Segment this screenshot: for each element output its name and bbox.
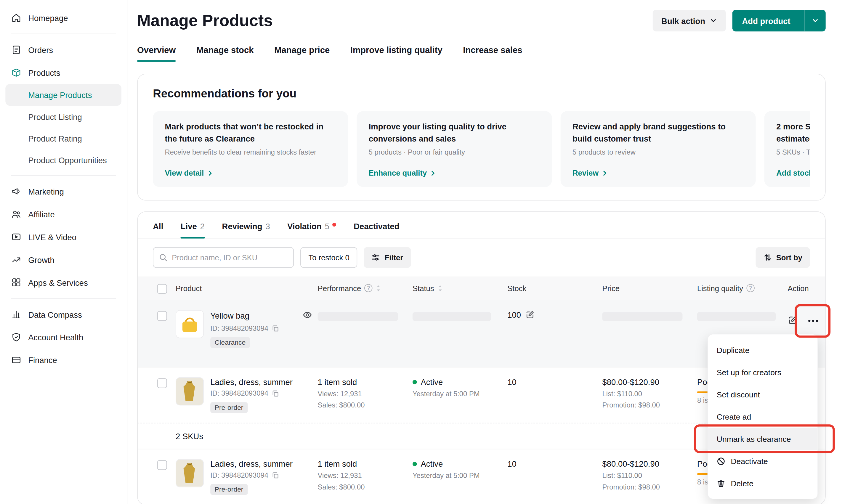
- sidebar-item-homepage[interactable]: Homepage: [5, 6, 122, 29]
- recommendations-row: Mark products that won’t be restocked in…: [153, 111, 810, 187]
- add-product-button[interactable]: Add product: [733, 10, 800, 31]
- search-icon: [159, 253, 167, 262]
- sidebar-subitem-manage-products[interactable]: Manage Products: [5, 84, 122, 106]
- tab-violation[interactable]: Violation 5: [287, 222, 336, 238]
- sidebar-item-marketing[interactable]: Marketing: [5, 180, 122, 203]
- sidebar-item-label: Products: [28, 68, 60, 77]
- menu-item-create-ad[interactable]: Create ad: [708, 406, 818, 428]
- tab-count: 2: [200, 222, 205, 231]
- sidebar-subitem-product-listing[interactable]: Product Listing: [5, 106, 122, 127]
- product-image: [176, 310, 204, 338]
- add-product-dropdown-button[interactable]: [804, 10, 826, 31]
- tab-reviewing[interactable]: Reviewing 3: [222, 222, 270, 238]
- copy-icon[interactable]: [272, 471, 279, 479]
- people-icon: [11, 209, 22, 220]
- pre-order-tag: Pre-order: [210, 484, 248, 495]
- cta-label: Review: [573, 168, 599, 177]
- violation-dot: [332, 223, 337, 227]
- tab-overview[interactable]: Overview: [137, 46, 176, 62]
- tab-all[interactable]: All: [153, 222, 163, 238]
- view-detail-link[interactable]: View detail: [165, 168, 336, 177]
- review-link[interactable]: Review: [573, 168, 744, 177]
- sort-carets-icon[interactable]: [376, 284, 381, 292]
- column-status[interactable]: Status: [413, 284, 507, 292]
- sidebar-subitem-label: Product Listing: [28, 112, 82, 121]
- menu-item-deactivate[interactable]: Deactivate: [708, 450, 818, 472]
- stock-cell: 10: [507, 377, 602, 386]
- sidebar-item-products[interactable]: Products: [5, 61, 122, 84]
- tab-increase-sales[interactable]: Increase sales: [463, 46, 522, 62]
- column-listing-quality: Listing quality ?: [697, 284, 788, 292]
- copy-icon[interactable]: [272, 390, 279, 397]
- stock-cell: 10: [507, 459, 602, 468]
- cta-label: Add stock: [776, 168, 810, 177]
- bulk-action-button[interactable]: Bulk action: [653, 10, 726, 31]
- enhance-quality-link[interactable]: Enhance quality: [369, 168, 540, 177]
- help-icon[interactable]: ?: [364, 284, 372, 292]
- tab-deactivated[interactable]: Deactivated: [354, 222, 399, 238]
- tab-live[interactable]: Live 2: [181, 222, 205, 238]
- sidebar-item-apps-services[interactable]: Apps & Services: [5, 271, 122, 294]
- chevron-down-icon: [710, 17, 717, 24]
- chevron-right-icon: [601, 169, 608, 177]
- help-icon[interactable]: ?: [746, 284, 754, 292]
- row-checkbox[interactable]: [157, 311, 167, 321]
- row-checkbox[interactable]: [157, 460, 167, 470]
- tab-manage-price[interactable]: Manage price: [274, 46, 330, 62]
- sidebar-divider: [11, 175, 116, 176]
- sidebar-subitem-product-rating[interactable]: Product Rating: [5, 127, 122, 149]
- filter-label: Filter: [385, 253, 403, 262]
- more-actions-button[interactable]: [804, 312, 822, 329]
- preview-eye-icon[interactable]: [302, 310, 312, 321]
- product-name[interactable]: Ladies, dress, summer: [210, 377, 293, 386]
- sidebar-item-live-video[interactable]: LIVE & Video: [5, 226, 122, 248]
- apps-grid-icon: [11, 277, 22, 288]
- edit-stock-icon[interactable]: [525, 310, 535, 319]
- price-cell: $80.00-$120.90 List: $110.00 Promotion: …: [602, 459, 697, 491]
- product-name[interactable]: Ladies, dress, summer: [210, 459, 293, 468]
- status-label: Active: [420, 459, 443, 468]
- to-restock-button[interactable]: To restock 0: [300, 247, 358, 268]
- tab-improve-listing-quality[interactable]: Improve listing quality: [350, 46, 442, 62]
- recommendations-card: Recommendations for you Mark products th…: [137, 74, 826, 200]
- menu-item-set-up-for-creators[interactable]: Set up for creators: [708, 361, 818, 383]
- product-cell: Ladies, dress, summer ID: 398482093094 P…: [176, 377, 318, 413]
- sidebar-item-growth[interactable]: Growth: [5, 248, 122, 271]
- active-status-dot: [413, 380, 417, 384]
- select-all-checkbox[interactable]: [157, 284, 167, 293]
- growth-icon: [11, 254, 22, 265]
- sidebar-item-affiliate[interactable]: Affiliate: [5, 203, 122, 226]
- copy-icon[interactable]: [272, 324, 279, 332]
- sidebar-item-label: Affiliate: [28, 209, 55, 218]
- row-actions-menu: Duplicate Set up for creators Set discou…: [708, 334, 818, 499]
- edit-product-icon[interactable]: [788, 315, 798, 327]
- status-cell: Active Yesterday at 5:00 PM: [413, 377, 507, 398]
- table-header: Product Performance ? Status Stock Price: [138, 276, 825, 301]
- add-stock-link[interactable]: Add stock: [776, 168, 810, 177]
- bar-chart-icon: [11, 309, 22, 320]
- filter-button[interactable]: Filter: [364, 247, 411, 268]
- sort-by-button[interactable]: Sort by: [756, 247, 810, 268]
- recommendation-card: Improve your listing quality to drive co…: [357, 111, 552, 187]
- sort-carets-icon[interactable]: [437, 284, 443, 292]
- sidebar-subitem-product-opportunities[interactable]: Product Opportunities: [5, 149, 122, 170]
- sidebar-item-label: Account Health: [28, 332, 83, 342]
- product-name[interactable]: Yellow bag: [210, 311, 249, 320]
- menu-item-set-discount[interactable]: Set discount: [708, 383, 818, 406]
- row-checkbox[interactable]: [157, 378, 167, 388]
- sidebar-item-data-compass[interactable]: Data Compass: [5, 303, 122, 326]
- product-image: [176, 459, 204, 487]
- tab-manage-stock[interactable]: Manage stock: [196, 46, 254, 62]
- sidebar-item-account-health[interactable]: Account Health: [5, 326, 122, 348]
- column-performance[interactable]: Performance ?: [318, 284, 413, 292]
- status-tabs: All Live 2 Reviewing 3 Violation 5 Deact…: [138, 222, 825, 239]
- search-input[interactable]: [172, 253, 288, 262]
- menu-item-unmark-as-clearance[interactable]: Unmark as clearance: [708, 428, 818, 450]
- sidebar-item-finance[interactable]: Finance: [5, 348, 122, 371]
- menu-item-duplicate[interactable]: Duplicate: [708, 339, 818, 361]
- recommendation-title: 2 more SK estimated: [776, 121, 810, 144]
- sidebar: Homepage Orders Products Manage Products…: [0, 0, 127, 504]
- page-title: Manage Products: [137, 11, 273, 30]
- sidebar-item-orders[interactable]: Orders: [5, 38, 122, 61]
- menu-item-delete[interactable]: Delete: [708, 472, 818, 494]
